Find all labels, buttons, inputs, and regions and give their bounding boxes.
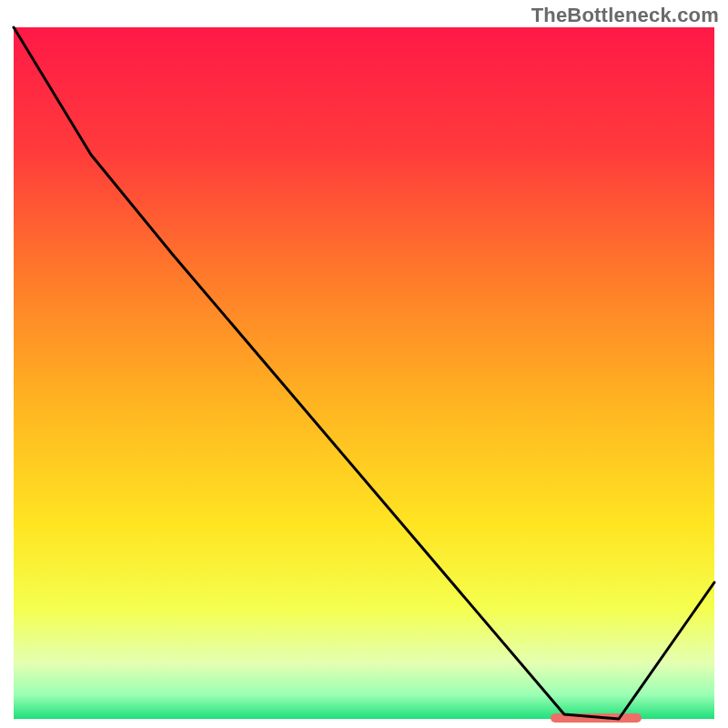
plot-background [14, 27, 714, 719]
bottleneck-chart [0, 0, 728, 728]
attribution-text: TheBottleneck.com [531, 4, 719, 27]
chart-svg [0, 0, 728, 728]
